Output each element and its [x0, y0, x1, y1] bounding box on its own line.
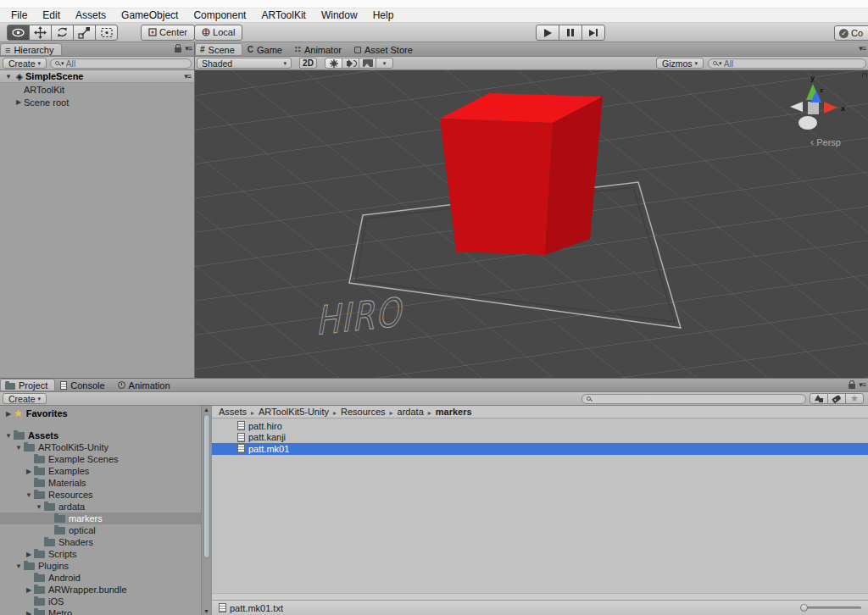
tree-row[interactable]: Materials: [0, 477, 201, 489]
projection-mode-label[interactable]: Persp: [810, 136, 841, 148]
tree-row[interactable]: ardata: [0, 501, 201, 512]
tab-hierarchy[interactable]: Hierarchy: [0, 43, 62, 56]
tree-scrollbar[interactable]: ▲ ▼: [201, 406, 211, 615]
rotate-tool-button[interactable]: [51, 25, 74, 41]
panel-menu-icon[interactable]: ▾≡: [185, 44, 192, 53]
panel-menu-icon[interactable]: ▾≡: [859, 44, 865, 53]
tree-row[interactable]: Examples: [0, 465, 201, 477]
horizontal-scrollbar[interactable]: [212, 593, 868, 600]
search-by-label-button[interactable]: [827, 393, 846, 404]
bottom-panel-tab[interactable]: Console: [55, 379, 112, 391]
rect-tool-button[interactable]: [95, 25, 118, 41]
menu-item[interactable]: Edit: [35, 9, 68, 21]
tree-row[interactable]: Plugins: [0, 560, 201, 572]
view-tool-button[interactable]: [7, 25, 30, 41]
favorites-filter-button[interactable]: ★: [845, 393, 864, 404]
scene-view-tab[interactable]: Animator: [290, 43, 349, 56]
file-row[interactable]: patt.hiro: [212, 420, 868, 432]
lighting-toggle-button[interactable]: [325, 58, 342, 69]
tree-row[interactable]: ARToolKit5-Unity: [0, 441, 201, 453]
tree-row[interactable]: markers: [0, 512, 201, 524]
gizmos-dropdown[interactable]: Gizmos ▾: [656, 58, 704, 69]
scene-search-input[interactable]: ▾ All: [708, 58, 866, 69]
disclosure-triangle[interactable]: [14, 562, 24, 570]
menu-item[interactable]: Help: [365, 9, 402, 21]
audio-toggle-button[interactable]: [342, 58, 359, 69]
menu-item[interactable]: Assets: [68, 9, 114, 21]
search-by-type-button[interactable]: [810, 393, 828, 404]
menu-item[interactable]: Window: [314, 9, 365, 21]
effects-dropdown-button[interactable]: ▾: [376, 58, 393, 69]
negative-z-ball[interactable]: [798, 116, 817, 130]
scene-view-tab[interactable]: Game: [242, 43, 290, 56]
tree-row[interactable]: Resources: [0, 489, 201, 501]
project-search-input[interactable]: [581, 394, 806, 404]
bottom-panel-tab[interactable]: Animation: [113, 379, 178, 391]
tree-row[interactable]: Assets: [0, 429, 201, 441]
hierarchy-row[interactable]: Scene root ▾≡: [0, 96, 194, 108]
tree-row[interactable]: Metro: [0, 607, 201, 615]
negative-x-cone[interactable]: [790, 102, 803, 112]
pause-button[interactable]: [559, 25, 582, 41]
disclosure-triangle[interactable]: [34, 503, 44, 511]
tree-row[interactable]: Shaders: [0, 536, 201, 548]
cube-front-face[interactable]: [440, 119, 553, 255]
scene-view-tab[interactable]: Scene: [195, 43, 242, 56]
disclosure-triangle[interactable]: [24, 586, 34, 594]
scrollbar-thumb[interactable]: [203, 414, 210, 558]
scale-tool-button[interactable]: [73, 25, 96, 41]
tree-row[interactable]: Favorites: [0, 407, 201, 419]
menu-item[interactable]: File: [3, 9, 35, 21]
2d-toggle-button[interactable]: 2D: [299, 58, 317, 69]
scene-viewport[interactable]: HIRO y z x Persp: [195, 70, 868, 378]
hierarchy-row[interactable]: SimpleScene ▾≡: [0, 70, 194, 83]
hierarchy-search-input[interactable]: ▾ All: [50, 58, 192, 69]
x-axis-cone[interactable]: [824, 102, 837, 114]
lock-icon[interactable]: [175, 47, 181, 53]
breadcrumb-item[interactable]: ardata: [386, 407, 424, 417]
collab-button[interactable]: ✓ Co: [834, 25, 868, 41]
disclosure-triangle[interactable]: [14, 98, 24, 106]
effects-toggle-button[interactable]: [359, 58, 376, 69]
file-row[interactable]: patt.kanji: [212, 432, 868, 444]
lock-icon[interactable]: [849, 384, 855, 389]
shading-mode-dropdown[interactable]: Shaded ▾: [197, 58, 292, 69]
orientation-gizmo[interactable]: y z x: [782, 74, 849, 140]
hierarchy-row[interactable]: ARToolKit ▾≡: [0, 83, 194, 96]
disclosure-triangle[interactable]: [24, 551, 34, 558]
tree-row[interactable]: Scripts: [0, 548, 201, 560]
slider-knob[interactable]: [800, 604, 808, 612]
disclosure-triangle[interactable]: [14, 444, 24, 452]
disclosure-triangle[interactable]: [24, 491, 34, 499]
scene-menu-icon[interactable]: ▾≡: [184, 72, 191, 80]
pivot-center-button[interactable]: Center: [141, 25, 195, 41]
project-create-button[interactable]: Create ▾: [3, 393, 47, 404]
move-tool-button[interactable]: [29, 25, 52, 41]
tree-row[interactable]: Android: [0, 572, 201, 584]
menu-item[interactable]: ARToolKit: [253, 9, 313, 21]
breadcrumb-item[interactable]: Assets: [219, 407, 247, 417]
hierarchy-create-button[interactable]: Create ▾: [3, 58, 47, 69]
breadcrumb-item[interactable]: markers: [424, 407, 472, 417]
step-button[interactable]: [581, 25, 605, 41]
tree-row[interactable]: optical: [0, 524, 201, 536]
scroll-up-icon[interactable]: ▲: [203, 406, 209, 413]
disclosure-triangle[interactable]: [24, 468, 34, 475]
bottom-panel-tab[interactable]: Project: [0, 379, 55, 391]
panel-menu-icon[interactable]: ▾≡: [859, 380, 865, 389]
space-local-button[interactable]: Local: [194, 25, 242, 41]
disclosure-triangle[interactable]: [3, 432, 14, 440]
disclosure-triangle[interactable]: [3, 73, 14, 80]
menu-item[interactable]: Component: [186, 9, 253, 21]
disclosure-triangle[interactable]: [3, 410, 14, 418]
thumbnail-size-slider[interactable]: [800, 604, 861, 612]
scene-view-tab[interactable]: Asset Store: [349, 43, 420, 56]
disclosure-triangle[interactable]: [24, 610, 34, 615]
tree-row[interactable]: iOS: [0, 596, 201, 607]
tree-row[interactable]: ARWrapper.bundle: [0, 584, 201, 596]
tree-row[interactable]: Example Scenes: [0, 453, 201, 465]
breadcrumb-item[interactable]: ARToolKit5-Unity: [247, 407, 329, 417]
breadcrumb-item[interactable]: Resources: [329, 407, 386, 417]
menu-item[interactable]: GameObject: [114, 9, 186, 21]
play-button[interactable]: [536, 25, 559, 41]
